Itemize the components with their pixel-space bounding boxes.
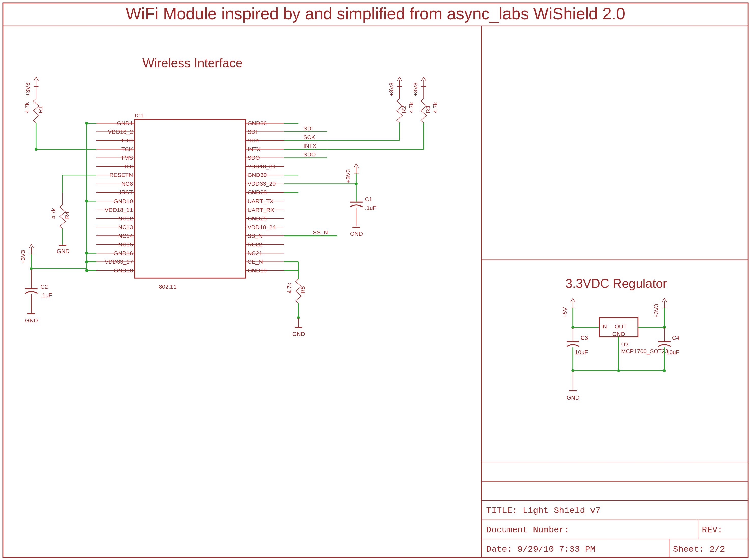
- ic1-chip: IC1 802.11: [135, 112, 245, 290]
- svg-text:10uF: 10uF: [575, 349, 588, 356]
- resistor-r4: R4 4.7k GND: [50, 175, 96, 255]
- svg-text:IN: IN: [601, 323, 607, 329]
- svg-text:10uF: 10uF: [666, 349, 679, 356]
- svg-text:GND: GND: [25, 317, 38, 324]
- svg-text:4.7k: 4.7k: [24, 102, 30, 113]
- ic1-right-pin-labels: GND36 SDI SCK INTX SDO VDD18_31 GND30 VD…: [245, 120, 284, 274]
- svg-rect-4: [135, 119, 245, 278]
- svg-text:+3V3: +3V3: [412, 83, 419, 96]
- svg-text:GND: GND: [292, 331, 305, 337]
- resistor-r5: R5 4.7k GND: [284, 123, 306, 337]
- svg-text:TITLE:  Light Shield v7: TITLE: Light Shield v7: [486, 506, 601, 516]
- ic1-refdes: IC1: [135, 112, 144, 119]
- svg-point-103: [85, 122, 88, 125]
- capacitor-c2: +3V3 C2 .1uF GND: [20, 244, 86, 324]
- svg-point-100: [85, 260, 88, 263]
- svg-text:C2: C2: [40, 283, 48, 290]
- svg-point-104: [85, 269, 88, 272]
- svg-text:MCP1700_SOT23: MCP1700_SOT23: [621, 348, 668, 355]
- svg-text:GND: GND: [612, 331, 625, 337]
- ic1-left-pin-labels: GND1 VDD18_2 TDO TCK TMS TDI RESETN NC8 …: [96, 120, 135, 274]
- left-bus: [85, 122, 96, 272]
- titleblock: TITLE: Light Shield v7 Document Number: …: [481, 481, 748, 557]
- capacitor-c1: +3V3 C1 .1uF GND: [284, 163, 376, 237]
- svg-text:Sheet: 2/2: Sheet: 2/2: [673, 544, 725, 554]
- svg-text:SDI: SDI: [303, 125, 313, 132]
- svg-text:SDO: SDO: [303, 151, 316, 158]
- svg-text:+3V3: +3V3: [345, 169, 351, 183]
- svg-text:U2: U2: [621, 341, 628, 348]
- schematic-sheet: WiFi Module inspired by and simplified f…: [0, 0, 751, 560]
- svg-text:Date: 9/29/10 7:33 PM: Date: 9/29/10 7:33 PM: [486, 544, 595, 554]
- svg-text:R2: R2: [400, 106, 407, 113]
- svg-text:+3V3: +3V3: [24, 83, 31, 96]
- regulator-section-title: 3.3VDC Regulator: [566, 276, 667, 291]
- svg-text:C1: C1: [365, 196, 372, 202]
- svg-text:R1: R1: [37, 106, 44, 113]
- ic1-value: 802.11: [159, 283, 176, 290]
- page-title: WiFi Module inspired by and simplified f…: [126, 5, 625, 23]
- regulator-u2: +5V IN OUT GND U2 MCP1700_SOT23 +3V3 C3 …: [561, 298, 679, 401]
- svg-text:C3: C3: [580, 335, 588, 341]
- svg-text:4.7k: 4.7k: [408, 102, 414, 113]
- svg-point-188: [663, 369, 666, 372]
- svg-text:+3V3: +3V3: [388, 83, 395, 96]
- svg-text:+3V3: +3V3: [653, 304, 659, 318]
- svg-text:4.7k: 4.7k: [432, 102, 438, 113]
- svg-point-93: [35, 148, 37, 151]
- svg-text:+3V3: +3V3: [20, 250, 26, 264]
- svg-text:INTX: INTX: [303, 142, 316, 149]
- svg-text:C4: C4: [672, 335, 679, 341]
- svg-text:GND: GND: [350, 231, 363, 237]
- svg-text:R4: R4: [64, 212, 70, 219]
- svg-text:OUT: OUT: [615, 323, 627, 329]
- svg-text:R5: R5: [299, 286, 306, 294]
- svg-text:.1uF: .1uF: [365, 204, 376, 211]
- svg-text:GND: GND: [57, 248, 70, 254]
- resistor-r1: R1 4.7k +3V3: [24, 77, 96, 151]
- svg-text:4.7k: 4.7k: [50, 208, 57, 219]
- svg-point-102: [85, 200, 88, 202]
- svg-text:Document Number:: Document Number:: [486, 525, 569, 535]
- svg-text:R3: R3: [424, 106, 431, 113]
- svg-text:GND: GND: [567, 394, 579, 401]
- svg-text:REV:: REV:: [702, 525, 723, 535]
- svg-text:SCK: SCK: [303, 134, 315, 140]
- resistor-r2: +3V3 R2 4.7k: [328, 77, 414, 141]
- svg-text:.1uF: .1uF: [40, 292, 52, 299]
- svg-point-101: [85, 252, 88, 255]
- wireless-section-title: Wireless Interface: [142, 56, 243, 70]
- svg-text:SS_N: SS_N: [313, 229, 328, 236]
- svg-text:+5V: +5V: [561, 307, 568, 318]
- net-labels-right: SDI SCK INTX SDO SS_N: [284, 125, 337, 236]
- svg-text:4.7k: 4.7k: [286, 283, 293, 294]
- resistor-r3: +3V3 R3 4.7k: [328, 77, 438, 149]
